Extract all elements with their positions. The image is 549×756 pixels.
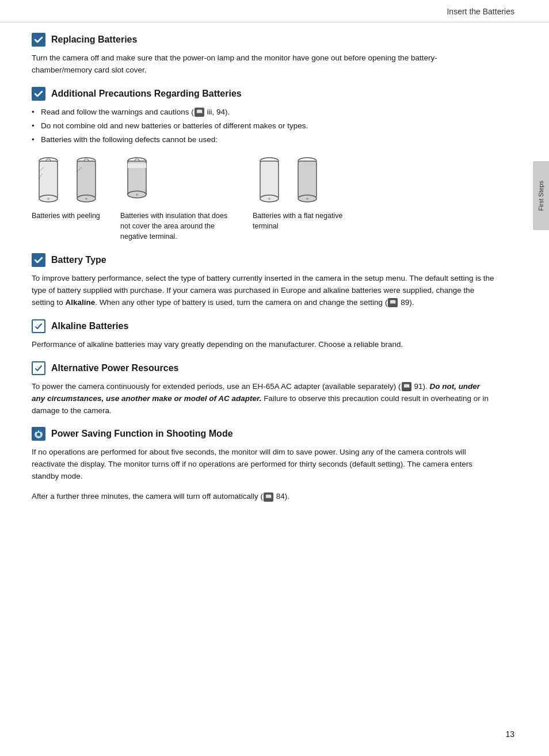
battery-flat-1: − + [253,155,286,207]
section-body-replacing-batteries: Turn the camera off and make sure that t… [32,52,495,77]
section-body-alternative-power: To power the camera continuously for ext… [32,381,495,417]
list-item-3: Batteries with the following defects can… [32,134,495,146]
battery-caption-3: Batteries with a flat negative terminal [253,211,368,231]
svg-text:+: + [85,196,88,202]
battery-group-2: − + Batteries with insulation that does … [120,155,235,242]
svg-text:+: + [135,192,139,198]
ref-icon-4: 📖 [264,492,273,502]
battery-flat-2: − + [291,155,324,207]
svg-rect-24 [260,161,279,198]
list-item-1: Read and follow the warnings and caution… [32,106,495,119]
list-item-2: Do not combine old and new batteries or … [32,120,495,132]
section-title-alternative-power: Alternative Power Resources [51,363,178,373]
svg-rect-3 [39,161,58,198]
section-body-power-saving-1: If no operations are performed for about… [32,446,495,483]
section-battery-type-header: Battery Type [32,253,495,267]
additional-precautions-list: Read and follow the warnings and caution… [32,106,495,146]
page-container: Insert the Batteries First Steps Replaci… [0,0,549,756]
section-body-power-saving-2: After a further three minutes, the camer… [32,491,495,503]
battery-group-3: − + − + Batteries with a flat negative [253,155,368,231]
svg-rect-19 [128,163,146,168]
svg-text:+: + [268,196,271,202]
battery-peeling-2: − + [70,155,103,207]
section-additional-precautions-header: Additional Precautions Regarding Batteri… [32,87,495,101]
section-title-battery-type: Battery Type [51,255,106,265]
battery-caption-2: Batteries with insulation that does not … [120,211,235,242]
battery-illustrations: − + − [32,155,495,242]
section-title-additional-precautions: Additional Precautions Regarding Batteri… [51,89,242,99]
battery-group-2-images: − + [120,155,154,207]
bold-italic-warning: Do not, under any circumstances, use ano… [32,382,480,403]
section-title-power-saving: Power Saving Function in Shooting Mode [51,429,233,439]
note-icon-2 [32,361,45,375]
section-body-battery-type: To improve battery performance, select t… [32,273,495,309]
battery-group-3-images: − + − + [253,155,324,207]
ref-icon-3: 📖 [402,382,411,391]
svg-rect-29 [298,161,317,198]
svg-text:+: + [306,196,309,202]
ref-icon-1: 📖 [195,108,204,117]
checkmark-icon-2 [32,87,45,101]
section-title-alkaline: Alkaline Batteries [51,321,128,331]
section-title-replacing-batteries: Replacing Batteries [51,35,137,45]
battery-insulation: − + [120,155,154,207]
svg-rect-11 [77,161,96,198]
section-body-alkaline: Performance of alkaline batteries may va… [32,339,495,351]
battery-peeling-1: − + [32,155,65,207]
battery-group-1-images: − + − [32,155,103,207]
page-title: Insert the Batteries [447,7,514,16]
battery-caption-1: Batteries with peeling [32,211,100,221]
section-replacing-batteries-header: Replacing Batteries [32,33,495,47]
note-icon-1 [32,319,45,333]
section-alkaline-header: Alkaline Batteries [32,319,495,333]
power-icon [32,427,45,441]
section-power-saving-header: Power Saving Function in Shooting Mode [32,427,495,441]
section-alternative-power-header: Alternative Power Resources [32,361,495,375]
side-tab-label: First Steps [537,181,544,211]
checkmark-icon-3 [32,253,45,267]
svg-text:+: + [47,196,50,202]
main-content: Replacing Batteries Turn the camera off … [0,33,529,503]
page-number: 13 [505,730,514,739]
side-tab: First Steps [533,161,549,230]
checkmark-icon-1 [32,33,45,47]
battery-group-1: − + − [32,155,103,221]
ref-icon-2: 📖 [388,298,398,307]
svg-point-34 [36,432,41,437]
page-header: Insert the Batteries [0,0,549,22]
